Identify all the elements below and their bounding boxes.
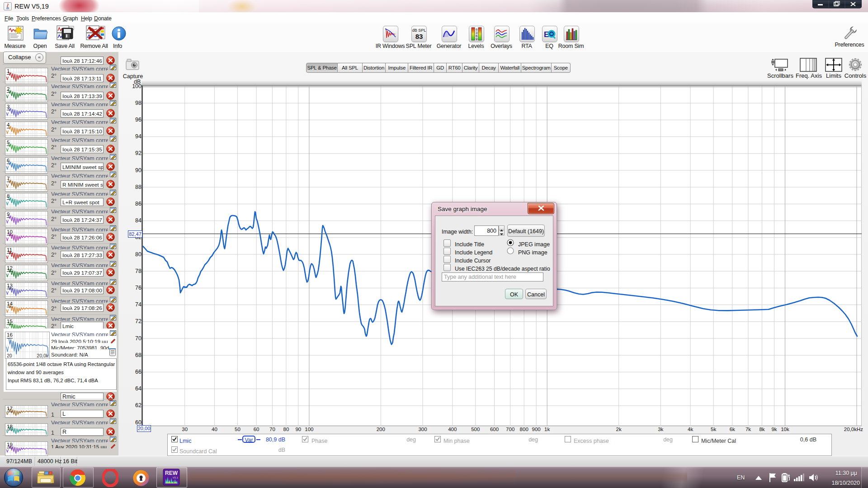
svg-text:V5.1: V5.1 bbox=[173, 476, 179, 479]
svg-text:83: 83 bbox=[415, 33, 423, 40]
svg-text:dB SPL: dB SPL bbox=[412, 28, 426, 33]
svg-text:9: 9 bbox=[476, 38, 477, 41]
svg-text:REW: REW bbox=[165, 470, 178, 476]
